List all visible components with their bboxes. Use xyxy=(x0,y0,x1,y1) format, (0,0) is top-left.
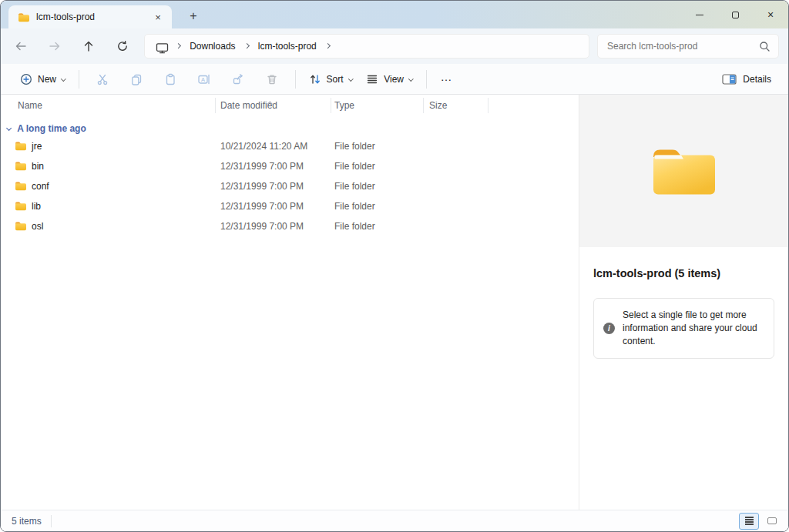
status-bar: 5 items xyxy=(1,510,788,531)
column-header-name[interactable]: Name xyxy=(18,100,42,111)
breadcrumb-downloads[interactable]: Downloads xyxy=(185,38,240,55)
share-button[interactable] xyxy=(225,67,251,92)
explorer-tab[interactable]: lcm-tools-prod × xyxy=(8,5,172,28)
status-divider xyxy=(51,515,52,527)
refresh-button[interactable] xyxy=(109,32,136,60)
rename-icon: A xyxy=(197,73,210,85)
file-rows: jre 10/21/2024 11:20 AM File folder bin … xyxy=(1,136,579,236)
search-box[interactable] xyxy=(597,34,779,59)
folder-icon xyxy=(15,221,27,231)
file-date: 12/31/1999 7:00 PM xyxy=(220,181,304,192)
tab-close-icon[interactable]: × xyxy=(150,9,166,25)
details-toggle-label: Details xyxy=(743,74,771,85)
column-divider[interactable] xyxy=(488,98,489,113)
sort-ascending-icon xyxy=(268,95,272,109)
address-bar[interactable]: Downloads lcm-tools-prod xyxy=(144,34,589,59)
folder-icon xyxy=(15,161,27,171)
up-arrow-icon xyxy=(82,40,95,52)
folder-icon xyxy=(15,141,27,151)
breadcrumb-current-folder[interactable]: lcm-tools-prod xyxy=(253,38,321,55)
file-row-lib[interactable]: lib 12/31/1999 7:00 PM File folder xyxy=(1,196,579,216)
file-type: File folder xyxy=(334,181,375,192)
view-button-label: View xyxy=(384,74,404,85)
refresh-icon xyxy=(116,40,129,52)
paste-button[interactable] xyxy=(157,67,183,92)
item-count: 5 items xyxy=(12,516,42,527)
forward-button[interactable] xyxy=(41,32,69,60)
close-icon: × xyxy=(767,9,774,20)
large-icons-view-toggle[interactable] xyxy=(762,513,782,530)
back-button[interactable] xyxy=(7,32,35,60)
up-button[interactable] xyxy=(75,32,102,60)
file-explorer-window: lcm-tools-prod × + × Downloads xyxy=(0,0,789,532)
rename-button[interactable]: A xyxy=(191,67,217,92)
paste-icon xyxy=(164,73,176,85)
back-arrow-icon xyxy=(15,40,27,52)
this-pc-icon[interactable] xyxy=(153,39,172,54)
see-more-button[interactable]: … xyxy=(433,69,461,89)
file-row-conf[interactable]: conf 12/31/1999 7:00 PM File folder xyxy=(1,176,579,196)
large-icons-view-icon xyxy=(767,517,777,524)
content-area: Name Date modified Type Size A long time… xyxy=(1,95,788,511)
new-tab-button[interactable]: + xyxy=(184,7,203,25)
details-view-toggle[interactable] xyxy=(739,513,759,530)
file-type: File folder xyxy=(334,161,375,172)
copy-button[interactable] xyxy=(123,67,149,92)
search-input[interactable] xyxy=(607,41,759,52)
file-row-osl[interactable]: osl 12/31/1999 7:00 PM File folder xyxy=(1,216,579,236)
maximize-icon xyxy=(732,12,739,18)
chevron-down-icon xyxy=(61,76,65,81)
close-button[interactable]: × xyxy=(753,1,788,28)
group-label: A long time ago xyxy=(17,123,86,134)
sort-button[interactable]: Sort xyxy=(302,69,360,90)
column-divider[interactable] xyxy=(215,98,216,113)
column-header-type[interactable]: Type xyxy=(334,100,354,111)
toolbar-divider xyxy=(426,70,427,89)
cut-button[interactable] xyxy=(89,67,116,92)
file-name: bin xyxy=(32,161,44,172)
sort-button-label: Sort xyxy=(327,74,344,85)
info-icon: i xyxy=(603,323,615,334)
svg-text:A: A xyxy=(201,75,205,82)
forward-arrow-icon xyxy=(49,40,61,52)
maximize-button[interactable] xyxy=(717,1,753,28)
file-type: File folder xyxy=(334,201,375,212)
breadcrumb-chevron-icon xyxy=(243,43,249,49)
file-type: File folder xyxy=(334,221,375,232)
cut-icon xyxy=(96,73,109,85)
column-header-size[interactable]: Size xyxy=(429,100,447,111)
file-list: Name Date modified Type Size A long time… xyxy=(1,95,579,511)
chevron-down-icon xyxy=(408,76,413,81)
tab-title: lcm-tools-prod xyxy=(36,12,150,22)
file-row-bin[interactable]: bin 12/31/1999 7:00 PM File folder xyxy=(1,156,579,176)
group-collapse-icon[interactable] xyxy=(6,125,12,131)
new-button[interactable]: New xyxy=(13,69,72,90)
group-header[interactable]: A long time ago xyxy=(7,119,86,138)
details-pane-toggle-button[interactable]: Details xyxy=(716,69,777,89)
file-name: conf xyxy=(32,181,49,192)
column-divider[interactable] xyxy=(423,98,424,113)
command-toolbar: New A Sort View xyxy=(1,64,788,95)
file-date: 12/31/1999 7:00 PM xyxy=(220,161,304,172)
file-type: File folder xyxy=(334,141,375,152)
search-icon[interactable] xyxy=(759,41,771,52)
toolbar-divider xyxy=(295,70,296,89)
column-divider[interactable] xyxy=(331,98,331,113)
file-name: osl xyxy=(32,221,43,232)
delete-button[interactable] xyxy=(259,67,285,92)
info-text: Select a single file to get more informa… xyxy=(623,309,764,348)
file-row-jre[interactable]: jre 10/21/2024 11:20 AM File folder xyxy=(1,136,579,156)
copy-icon xyxy=(130,73,143,85)
details-pane: lcm-tools-prod (5 items) i Select a sing… xyxy=(579,95,788,511)
preview-area xyxy=(579,95,788,247)
titlebar[interactable]: lcm-tools-prod × + × xyxy=(1,1,788,28)
window-controls: × xyxy=(682,1,788,28)
minimize-button[interactable] xyxy=(682,1,717,28)
view-button[interactable]: View xyxy=(359,69,419,90)
file-name: lib xyxy=(32,201,41,212)
minimize-icon xyxy=(696,15,703,15)
breadcrumb-chevron-icon[interactable] xyxy=(325,43,331,49)
large-folder-icon xyxy=(649,144,720,198)
details-pane-title: lcm-tools-prod (5 items) xyxy=(593,267,774,279)
file-date: 10/21/2024 11:20 AM xyxy=(220,141,307,152)
